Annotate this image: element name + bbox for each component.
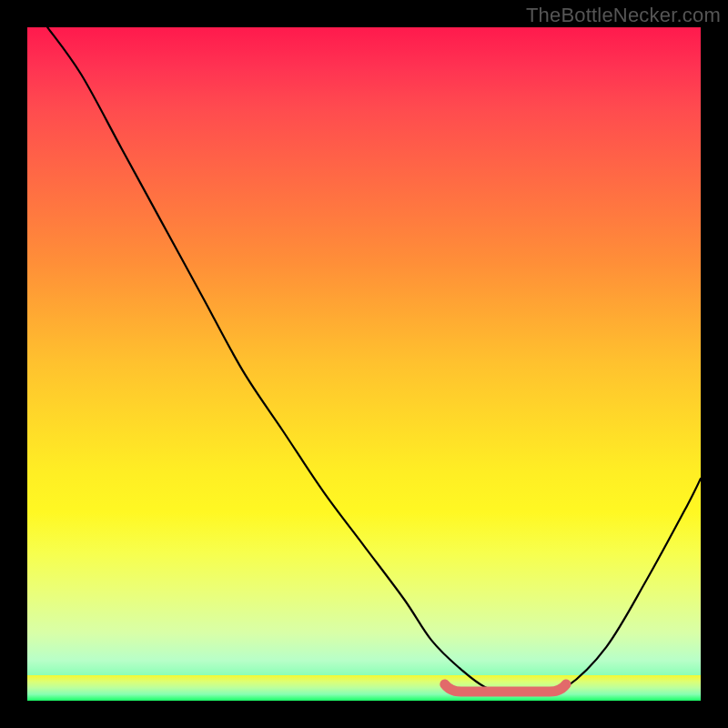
curve-svg	[27, 27, 701, 701]
bottleneck-curve	[47, 27, 701, 695]
watermark-text: TheBottleNecker.com	[526, 4, 721, 27]
chart-frame: TheBottleNecker.com	[0, 0, 728, 728]
minimum-marker	[445, 684, 566, 692]
plot-area	[27, 27, 701, 701]
